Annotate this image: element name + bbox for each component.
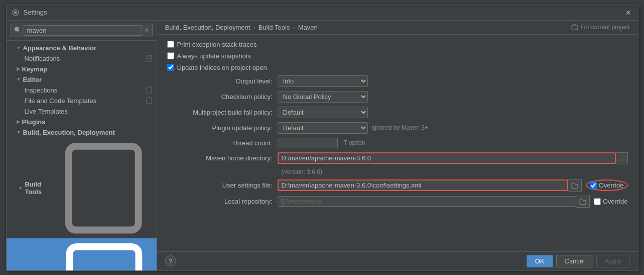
bottom-bar: ? OK Cancel Apply bbox=[157, 251, 638, 270]
maven-home-input[interactable] bbox=[278, 152, 616, 164]
sidebar-item-build-execution-deployment[interactable]: ▼ Build, Execution, Deployment bbox=[7, 127, 157, 138]
project-icon bbox=[571, 24, 578, 31]
search-input[interactable] bbox=[24, 25, 142, 36]
local-repo-label: Local repository: bbox=[167, 198, 278, 205]
sidebar-item-maven[interactable]: ▶ Maven bbox=[7, 238, 157, 270]
local-repo-override-checkbox[interactable] bbox=[594, 198, 601, 205]
ok-button[interactable]: OK bbox=[527, 255, 553, 267]
thread-count-input[interactable] bbox=[278, 138, 338, 148]
title-bar-left: Settings bbox=[12, 9, 47, 17]
sidebar-item-notifications[interactable]: Notifications bbox=[7, 53, 157, 64]
page-icon bbox=[56, 240, 153, 270]
checksum-row: Checksum policy: No Global Policy Ignore… bbox=[167, 91, 628, 103]
thread-count-row: Thread count: -T option bbox=[167, 138, 628, 148]
user-settings-row: User settings file: Override bbox=[167, 179, 628, 192]
breadcrumb-sep1: › bbox=[253, 24, 255, 31]
breadcrumb: Build, Execution, Deployment › Build Too… bbox=[165, 24, 318, 31]
action-buttons: OK Cancel Apply bbox=[527, 255, 630, 267]
plugin-update-hint: ignored by Maven 3+ bbox=[372, 124, 428, 131]
form-area: Print exception stack traces Always upda… bbox=[157, 35, 638, 251]
sidebar: 🔍 ✕ ▼ Appearance & Behavior Notification… bbox=[7, 21, 157, 270]
local-repo-override-section: Override bbox=[594, 198, 628, 205]
thread-count-hint: -T option bbox=[342, 139, 365, 146]
expand-icon: ▼ bbox=[17, 45, 21, 50]
svg-rect-5 bbox=[147, 87, 152, 93]
user-settings-browse-button[interactable] bbox=[568, 179, 582, 192]
sidebar-item-live-templates[interactable]: Live Templates bbox=[7, 106, 157, 117]
sidebar-item-editor[interactable]: ▼ Editor bbox=[7, 74, 157, 85]
search-wrap: 🔍 ✕ bbox=[11, 24, 153, 37]
settings-icon bbox=[12, 9, 20, 17]
plugin-update-label: Plugin update policy: bbox=[167, 124, 278, 132]
page-icon bbox=[55, 139, 152, 237]
checksum-select[interactable]: No Global Policy Ignore Fail bbox=[278, 91, 368, 103]
svg-rect-8 bbox=[69, 247, 139, 270]
user-settings-override-label: Override bbox=[599, 181, 624, 189]
plugin-update-select[interactable]: Default Never Always bbox=[278, 122, 368, 134]
plugin-update-row: Plugin update policy: Default Never Alwa… bbox=[167, 122, 628, 134]
output-level-label: Output level: bbox=[167, 77, 278, 85]
sidebar-item-keymap[interactable]: ▶ Keymap bbox=[7, 64, 157, 74]
for-project-label: For current project bbox=[571, 24, 629, 31]
folder-icon bbox=[579, 198, 586, 205]
user-settings-field bbox=[278, 179, 582, 192]
user-settings-override-section: Override bbox=[586, 179, 628, 191]
maven-home-label: Maven home directory: bbox=[167, 154, 278, 162]
sidebar-item-inspections[interactable]: Inspections bbox=[7, 85, 157, 96]
user-settings-override-checkbox[interactable] bbox=[590, 182, 597, 189]
user-settings-label: User settings file: bbox=[167, 181, 278, 189]
cancel-button[interactable]: Cancel bbox=[556, 255, 593, 267]
expand-icon: ▼ bbox=[17, 130, 21, 135]
expand-icon: ▶ bbox=[17, 66, 20, 71]
print-exception-label: Print exception stack traces bbox=[177, 41, 257, 48]
svg-rect-7 bbox=[69, 146, 139, 230]
sidebar-item-appearance-behavior[interactable]: ▼ Appearance & Behavior bbox=[7, 43, 157, 53]
maven-version-text: (Version: 3.6.0) bbox=[282, 168, 322, 175]
sidebar-item-build-tools[interactable]: ▼ Build Tools bbox=[7, 138, 157, 238]
page-icon bbox=[146, 55, 153, 62]
output-level-row: Output level: Info Debug Warn Error bbox=[167, 75, 628, 87]
always-update-checkbox[interactable] bbox=[167, 52, 174, 59]
multiproject-select[interactable]: Default Fail at end Never fail bbox=[278, 107, 368, 118]
main-panel: Build, Execution, Deployment › Build Too… bbox=[157, 21, 638, 270]
local-repo-browse-button[interactable] bbox=[576, 196, 590, 208]
breadcrumb-bar: Build, Execution, Deployment › Build Too… bbox=[157, 21, 638, 35]
svg-rect-6 bbox=[147, 98, 152, 104]
content-area: 🔍 ✕ ▼ Appearance & Behavior Notification… bbox=[7, 21, 638, 270]
clear-search-button[interactable]: ✕ bbox=[144, 27, 149, 34]
expand-icon: ▶ bbox=[17, 119, 20, 124]
output-level-select[interactable]: Info Debug Warn Error bbox=[278, 75, 368, 87]
svg-rect-10 bbox=[572, 25, 578, 30]
title-bar: Settings ✕ bbox=[7, 5, 638, 21]
print-exception-row: Print exception stack traces bbox=[167, 41, 628, 48]
page-icon bbox=[146, 97, 153, 104]
search-icon: 🔍 bbox=[14, 27, 22, 34]
update-indices-row: Update indices on project open bbox=[167, 64, 628, 71]
dialog-title: Settings bbox=[24, 9, 47, 16]
local-repo-input[interactable] bbox=[278, 196, 576, 207]
apply-button[interactable]: Apply bbox=[596, 255, 630, 267]
sidebar-item-plugins[interactable]: ▶ Plugins bbox=[7, 117, 157, 127]
maven-home-row: Maven home directory: ... bbox=[167, 152, 628, 164]
sidebar-item-file-code-templates[interactable]: File and Code Templates bbox=[7, 96, 157, 106]
close-button[interactable]: ✕ bbox=[624, 8, 633, 17]
always-update-row: Always update snapshots bbox=[167, 52, 628, 60]
update-indices-checkbox[interactable] bbox=[167, 64, 174, 71]
search-box: 🔍 ✕ bbox=[7, 21, 157, 41]
nav-tree: ▼ Appearance & Behavior Notifications ▶ … bbox=[7, 41, 157, 270]
maven-home-browse-button[interactable]: ... bbox=[616, 152, 628, 164]
expand-icon: ▼ bbox=[17, 77, 21, 82]
user-settings-input[interactable] bbox=[278, 179, 568, 191]
local-repo-row: Local repository: Override bbox=[167, 196, 628, 208]
version-row: (Version: 3.6.0) bbox=[167, 168, 628, 175]
settings-dialog: Settings ✕ 🔍 ✕ ▼ Appearance & Behavior bbox=[6, 5, 638, 271]
always-update-label: Always update snapshots bbox=[177, 52, 251, 60]
print-exception-checkbox[interactable] bbox=[167, 41, 174, 48]
local-repo-field bbox=[278, 196, 590, 208]
help-button[interactable]: ? bbox=[165, 255, 176, 266]
maven-home-field: ... bbox=[278, 152, 628, 164]
multiproject-label: Multiproject build fail policy: bbox=[167, 109, 278, 116]
thread-count-label: Thread count: bbox=[167, 139, 278, 147]
expand-icon: ▼ bbox=[19, 186, 23, 191]
page-icon bbox=[146, 86, 153, 94]
